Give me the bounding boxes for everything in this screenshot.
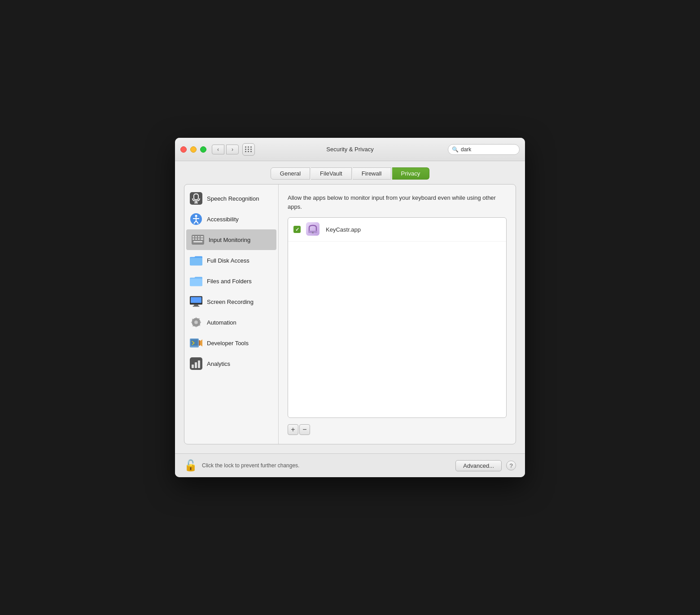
app-checkbox[interactable]: ✓ bbox=[293, 226, 301, 233]
monitor-icon bbox=[190, 295, 202, 308]
tab-general[interactable]: General bbox=[271, 167, 310, 180]
svg-rect-36 bbox=[198, 360, 200, 368]
sidebar-item-label: Screen Recording bbox=[207, 299, 254, 305]
traffic-lights bbox=[180, 146, 206, 153]
sidebar-item-speech-recognition[interactable]: Speech Recognition bbox=[184, 188, 278, 209]
right-panel: Allow the apps below to monitor input fr… bbox=[279, 184, 516, 444]
sidebar-item-input-monitoring[interactable]: Input Monitoring bbox=[186, 229, 276, 250]
svg-rect-19 bbox=[193, 241, 202, 242]
svg-rect-23 bbox=[193, 306, 200, 307]
search-input[interactable] bbox=[461, 146, 525, 153]
sidebar-item-developer-tools[interactable]: Developer Tools bbox=[184, 333, 278, 353]
speech-icon bbox=[190, 192, 202, 205]
close-button[interactable] bbox=[180, 146, 187, 153]
sidebar-item-label: Accessibility bbox=[207, 216, 239, 223]
tab-privacy[interactable]: Privacy bbox=[392, 167, 430, 180]
svg-rect-32 bbox=[199, 340, 200, 346]
sidebar-item-label: Input Monitoring bbox=[209, 237, 250, 243]
search-box[interactable]: 🔍 ⊗ bbox=[448, 144, 520, 155]
sidebar-item-label: Speech Recognition bbox=[207, 195, 259, 202]
window: ‹ › Security & Privacy 🔍 ⊗ General FileV… bbox=[175, 138, 525, 477]
list-actions: + − bbox=[288, 424, 507, 435]
svg-rect-22 bbox=[194, 305, 198, 306]
remove-button[interactable]: − bbox=[299, 424, 310, 435]
sidebar-item-label: Files and Folders bbox=[207, 278, 252, 285]
lock-text: Click the lock to prevent further change… bbox=[202, 462, 455, 469]
svg-rect-35 bbox=[195, 362, 197, 368]
svg-rect-21 bbox=[191, 297, 201, 303]
sidebar-item-accessibility[interactable]: Accessibility bbox=[184, 209, 278, 229]
svg-rect-17 bbox=[198, 238, 200, 240]
svg-text:⌘: ⌘ bbox=[312, 231, 314, 235]
table-row: ✓ bbox=[288, 218, 506, 242]
nav-buttons: ‹ › bbox=[212, 145, 239, 154]
svg-point-27 bbox=[195, 321, 197, 324]
add-button[interactable]: + bbox=[288, 424, 298, 435]
svg-rect-34 bbox=[192, 365, 194, 368]
lock-icon[interactable]: 🔓 bbox=[184, 459, 197, 472]
sidebar-item-label: Analytics bbox=[207, 360, 230, 367]
maximize-button[interactable] bbox=[200, 146, 206, 153]
svg-rect-16 bbox=[195, 238, 197, 240]
sidebar-item-full-disk-access[interactable]: Full Disk Access bbox=[184, 250, 278, 271]
grid-icon bbox=[245, 146, 252, 152]
sidebar-item-label: Full Disk Access bbox=[207, 257, 249, 264]
sidebar-item-screen-recording[interactable]: Screen Recording bbox=[184, 291, 278, 312]
advanced-button[interactable]: Advanced... bbox=[455, 460, 502, 471]
folder-icon bbox=[190, 254, 202, 267]
minimize-button[interactable] bbox=[190, 146, 197, 153]
sidebar-item-automation[interactable]: Automation bbox=[184, 312, 278, 333]
analytics-icon bbox=[190, 357, 202, 370]
window-title: Security & Privacy bbox=[326, 146, 373, 153]
keycastr-icon: ⌘ bbox=[306, 222, 319, 236]
app-icon: ⌘ bbox=[306, 222, 320, 237]
accessibility-icon bbox=[190, 213, 202, 225]
main-panel: Speech Recognition Accessibility bbox=[184, 184, 516, 444]
gear-icon bbox=[190, 316, 202, 329]
forward-button[interactable]: › bbox=[226, 145, 239, 154]
sidebar-item-analytics[interactable]: Analytics bbox=[184, 353, 278, 374]
tab-filevault[interactable]: FileVault bbox=[311, 167, 352, 180]
back-button[interactable]: ‹ bbox=[212, 145, 224, 154]
content-area: Speech Recognition Accessibility bbox=[175, 184, 525, 453]
app-name: KeyCastr.app bbox=[326, 226, 361, 233]
svg-rect-13 bbox=[198, 236, 200, 237]
svg-rect-15 bbox=[192, 238, 194, 240]
tabs-bar: General FileVault Firewall Privacy bbox=[175, 161, 525, 184]
search-icon: 🔍 bbox=[452, 146, 459, 153]
svg-point-5 bbox=[195, 215, 197, 217]
help-button[interactable]: ? bbox=[506, 461, 516, 470]
sidebar-item-files-and-folders[interactable]: Files and Folders bbox=[184, 271, 278, 291]
developer-icon bbox=[190, 337, 202, 349]
svg-rect-18 bbox=[201, 238, 203, 240]
svg-rect-12 bbox=[195, 236, 197, 237]
app-list: ✓ bbox=[288, 217, 507, 418]
svg-rect-11 bbox=[192, 236, 194, 237]
description-text: Allow the apps below to monitor input fr… bbox=[288, 193, 507, 211]
tab-firewall[interactable]: Firewall bbox=[353, 167, 391, 180]
bottom-bar: 🔓 Click the lock to prevent further chan… bbox=[175, 453, 525, 477]
svg-rect-14 bbox=[201, 236, 203, 237]
grid-button[interactable] bbox=[242, 143, 255, 156]
svg-rect-29 bbox=[191, 339, 198, 346]
folder2-icon bbox=[190, 275, 202, 287]
keyboard-icon bbox=[192, 233, 204, 246]
sidebar-item-label: Developer Tools bbox=[207, 340, 249, 347]
titlebar: ‹ › Security & Privacy 🔍 ⊗ bbox=[175, 138, 525, 161]
sidebar-item-label: Automation bbox=[207, 319, 236, 326]
sidebar: Speech Recognition Accessibility bbox=[184, 184, 279, 444]
